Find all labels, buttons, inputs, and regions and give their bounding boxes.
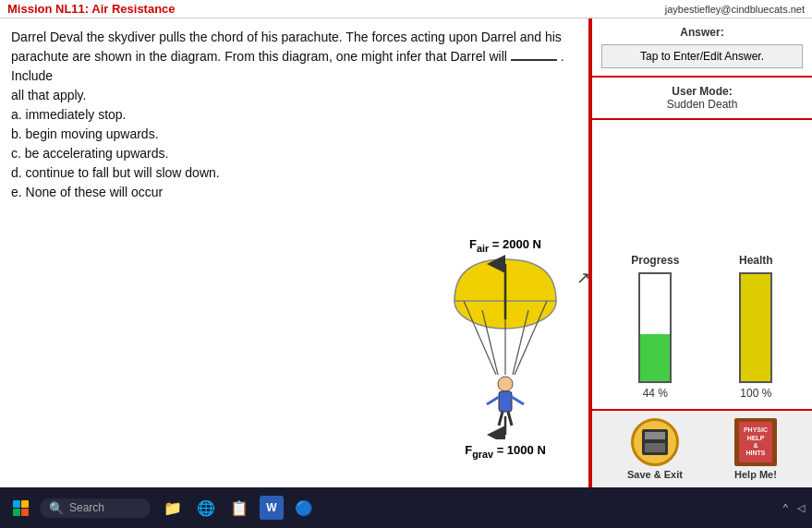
parachute-diagram [441,255,570,439]
option-e: e. None of these will occur [11,185,163,199]
system-tray: ^ ◁ [783,502,805,514]
progress-bar-fill [640,334,670,381]
start-button[interactable] [7,497,34,520]
taskbar-chrome-icon[interactable]: 🔵 [291,495,317,521]
taskbar-file-icon[interactable]: 📁 [160,495,186,521]
user-mode-label: User Mode: [601,85,803,98]
help-book-text: PHYSICHELP&HINTS [744,426,768,458]
force-bottom-label: Fgrav = 1000 N [441,443,570,460]
answer-button[interactable]: Tap to Enter/Edit Answer. [601,44,803,68]
question-part1: Darrel Deval the skydiver pulls the chor… [11,30,562,64]
taskbar-word-icon[interactable]: W [260,496,284,520]
tray-arrow[interactable]: ^ [783,502,788,513]
save-exit-button[interactable]: Save & Exit [627,418,683,480]
taskbar-app-icon[interactable]: 📋 [226,495,252,521]
tray-extra: ◁ [797,502,805,514]
answer-section: Answer: Tap to Enter/Edit Answer. [592,18,812,78]
save-icon [631,418,679,466]
svg-point-6 [498,377,513,391]
svg-line-9 [512,397,524,404]
health-column: Health 100 % [739,254,773,400]
search-icon: 🔍 [49,501,64,515]
content-area: Darrel Deval the skydiver pulls the chor… [0,18,812,487]
health-percent: 100 % [740,387,771,400]
progress-percent: 44 % [643,387,668,400]
answer-label: Answer: [601,26,803,39]
help-book-icon: PHYSICHELP&HINTS [734,418,777,466]
disk-icon [642,429,668,455]
user-email: jaybestiefley@cindbluecats.net [665,4,805,15]
question-part2: all that apply. [11,88,86,102]
force-top-label: Fair = 2000 N [441,237,570,254]
progress-bar-container [638,272,672,383]
option-a: a. immediately stop. [11,107,127,122]
top-header: Mission NL11: Air Resistance jaybestiefl… [0,0,812,18]
taskbar-edge-icon[interactable]: 🌐 [193,495,219,521]
option-b: b. begin moving upwards. [11,126,159,141]
main-window: Mission NL11: Air Resistance jaybestiefl… [0,0,812,487]
right-panel: Answer: Tap to Enter/Edit Answer. User M… [590,18,812,487]
svg-line-8 [487,397,499,404]
save-label: Save & Exit [627,469,683,480]
windows-logo [13,500,29,516]
help-label: Help Me! [734,469,777,480]
left-panel: Darrel Deval the skydiver pulls the chor… [0,18,590,487]
mission-title: Mission NL11: Air Resistance [7,2,176,16]
question-blank [511,59,557,61]
user-mode-value: Sudden Death [601,98,803,111]
health-bar-container [739,272,772,383]
svg-line-10 [499,412,503,426]
health-bar-fill [741,274,770,381]
svg-line-11 [508,412,512,426]
progress-section: Progress 44 % Health 100 % [592,120,812,411]
question-text: Darrel Deval the skydiver pulls the chor… [11,28,577,202]
progress-column: Progress 44 % [631,254,679,400]
progress-label: Progress [631,254,679,267]
user-mode-section: User Mode: Sudden Death [592,78,812,120]
taskbar-icons: 📁 🌐 📋 W 🔵 [160,495,317,521]
health-label: Health [739,254,773,267]
svg-rect-7 [499,391,512,412]
search-bar[interactable]: 🔍 Search [40,498,151,518]
option-c: c. be accelerating upwards. [11,146,168,161]
search-label: Search [69,501,104,514]
diagram-area: Fair = 2000 N [441,237,570,460]
help-button[interactable]: PHYSICHELP&HINTS Help Me! [734,418,777,480]
bottom-buttons: Save & Exit PHYSICHELP&HINTS Help Me! [592,411,812,487]
help-book-inner: PHYSICHELP&HINTS [739,422,772,462]
taskbar: 🔍 Search 📁 🌐 📋 W 🔵 ^ ◁ [0,487,812,528]
option-d: d. continue to fall but will slow down. [11,165,220,180]
